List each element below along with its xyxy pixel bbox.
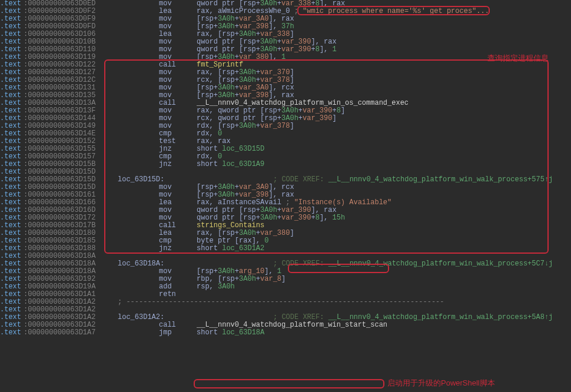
tok-op: rax [324, 206, 337, 214]
mnemonic: test [159, 137, 176, 145]
tok-op: rsp [201, 53, 214, 61]
tok-fn: strings_Contains [197, 221, 264, 230]
address: :000000000063D185 [24, 237, 95, 245]
tok-punct: + [214, 267, 218, 275]
tok-op: rsp [201, 183, 214, 191]
segment: .text [0, 107, 21, 115]
tok-op: rsp [243, 45, 256, 54]
tok-num: 3A0h [239, 76, 256, 84]
address: :000000000063D13A [24, 99, 95, 107]
xref-comment: ; CODE XREF: [273, 175, 328, 184]
address: :000000000063D1A1 [24, 290, 95, 298]
tok-punct: ], [320, 214, 333, 222]
tok-var: var_390 [281, 206, 311, 214]
label-col [118, 115, 159, 122]
tok-var: var_398 [239, 22, 268, 31]
tok-op: qword ptr [ [197, 206, 243, 214]
tok-num: 3A0h [218, 84, 235, 92]
tok-op: rsp [201, 191, 214, 199]
tok-str: "wmic process where name='%s' get proces… [303, 7, 489, 15]
tok-num: 3A0h [218, 22, 235, 31]
xref-target: __L__nnnv0_4_watchdog_platform_win_walk_… [328, 260, 553, 268]
address: :000000000063D17B [24, 221, 95, 230]
tok-op: rcx [281, 183, 294, 191]
tok-op: rsp [201, 267, 214, 275]
label-col [118, 99, 159, 107]
tok-var: var_3A0 [239, 15, 268, 23]
highlight-box [194, 379, 384, 388]
tok-num: 3A0h [281, 114, 298, 122]
segment: .text [0, 214, 21, 222]
mnemonic: mov [159, 45, 172, 54]
label-col [118, 46, 159, 54]
address: :000000000063D149 [24, 122, 95, 130]
tok-num: 1 [332, 45, 336, 54]
segment: .text [0, 229, 21, 237]
tok-punct: + [277, 206, 281, 214]
tok-punct: + [235, 229, 239, 237]
mnemonic: mov [159, 22, 172, 31]
tok-num: 3A0h [218, 267, 235, 275]
tok-num: 3A0h [260, 214, 277, 222]
asm-line: .text:000000000063D1A7jmpshort loc_63D18… [0, 329, 571, 337]
tok-var: var_8 [260, 275, 281, 283]
tok-op: rsp [243, 38, 256, 46]
segment: .text [0, 283, 21, 291]
tok-punct: ] [290, 76, 294, 84]
tok-num: 3A0h [218, 283, 235, 291]
label-col [118, 145, 159, 153]
tok-op: rax, aWmicProcessWhe_0 [197, 7, 294, 15]
address: :000000000063D144 [24, 114, 95, 122]
code-label: loc_63D18A: [118, 260, 164, 268]
label-col [118, 153, 159, 161]
address: :000000000063D18A [24, 267, 95, 275]
tok-punct: + [256, 45, 260, 54]
tok-op: rax, [ [197, 68, 222, 77]
segment: .text [0, 183, 21, 191]
tok-punct: + [235, 267, 239, 275]
tok-num: 3A0h [218, 191, 235, 199]
segment: .text [0, 328, 21, 337]
mnemonic: jnz [159, 244, 172, 253]
mnemonic: mov [159, 84, 172, 92]
mnemonic: lea [159, 198, 172, 207]
address: :000000000063D1A2 [24, 305, 95, 314]
label-col [118, 207, 159, 214]
tok-punct: + [235, 191, 239, 199]
segment: .text [0, 244, 21, 253]
tok-punct: ], [268, 91, 281, 99]
tok-punct: ], [264, 267, 277, 275]
segment: .text [0, 114, 21, 122]
address: :000000000063D106 [24, 30, 95, 38]
tok-punct: ], [268, 15, 281, 23]
tok-punct: + [235, 183, 239, 191]
label-col [118, 31, 159, 38]
tok-punct: + [214, 91, 218, 99]
tok-var: var_390 [281, 38, 311, 46]
label-col [118, 329, 159, 337]
tok-op: rsp [243, 214, 256, 222]
tok-punct: + [277, 45, 281, 54]
xref-comment: ; CODE XREF: [273, 260, 328, 268]
address: :000000000063D188 [24, 244, 95, 253]
tok-var: arg_10 [239, 267, 264, 275]
tok-punct: + [277, 38, 281, 46]
tok-num: 15h [332, 214, 345, 222]
tok-op: rax [239, 237, 252, 245]
mnemonic: lea [159, 7, 172, 15]
tok-op: rsp [222, 68, 235, 77]
segment: .text [0, 191, 21, 199]
address: :000000000063D12C [24, 76, 95, 84]
tok-punct: + [256, 38, 260, 46]
tok-var: var_378 [260, 122, 290, 130]
label-col: loc_63D1A2: [118, 314, 159, 321]
tok-num: 8 [316, 45, 320, 54]
tok-var: var_3A0 [239, 84, 268, 92]
segment: .text [0, 275, 21, 283]
tok-op: byte ptr [ [197, 237, 239, 245]
mnemonic: cmp [159, 129, 172, 138]
tok-op: rsp [201, 84, 214, 92]
separator-dashes: ; --------------------------------------… [118, 298, 444, 306]
mnemonic: jnz [159, 160, 172, 168]
tok-op: rax, [ [197, 229, 222, 237]
